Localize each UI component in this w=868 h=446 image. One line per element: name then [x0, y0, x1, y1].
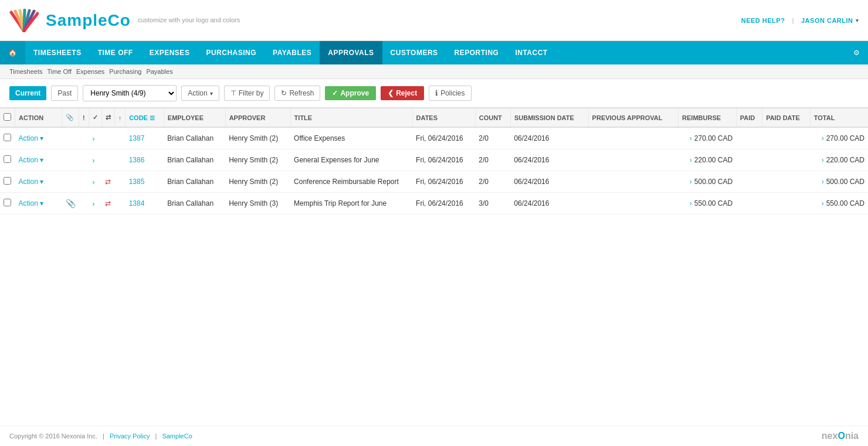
user-menu[interactable]: JASON CARLIN ▾ — [801, 17, 859, 24]
total-expand-icon[interactable]: › — [822, 199, 824, 207]
row-submission-date-cell: 06/24/2016 — [510, 171, 588, 193]
th-attach: 📎 — [62, 108, 79, 128]
nav-timesheets[interactable]: TIMESHEETS — [25, 41, 90, 64]
row-reimburse-cell: › 270.00 CAD — [679, 127, 737, 149]
expand-icon[interactable]: › — [92, 178, 94, 186]
row-dates-cell: Fri, 06/24/2016 — [412, 127, 475, 149]
breadcrumb-expenses[interactable]: Expenses — [76, 68, 104, 75]
breadcrumb-payables[interactable]: Payables — [146, 68, 172, 75]
row-paid-date-cell — [762, 149, 811, 171]
breadcrumb-timesheets[interactable]: Timesheets — [9, 68, 42, 75]
row-action-cell: Action ▾ — [15, 149, 62, 171]
reject-button[interactable]: ❮ Reject — [381, 86, 424, 100]
total-expand-icon[interactable]: › — [822, 156, 824, 164]
row-expand-cell: › — [89, 193, 101, 215]
row-code-cell: 1386 — [126, 149, 164, 171]
row-attach-cell: 📎 — [62, 193, 79, 215]
approve-check-icon: ✓ — [332, 89, 338, 97]
top-bar: SampleCo customize with your logo and co… — [0, 0, 868, 41]
row-paid-date-cell — [762, 127, 811, 149]
nav-intacct[interactable]: INTACCT — [507, 41, 555, 64]
code-link[interactable]: 1385 — [129, 178, 145, 186]
filter-icon: ⊤ — [230, 89, 236, 97]
nav-payables[interactable]: PAYABLES — [265, 41, 320, 64]
refresh-button[interactable]: ↻ Refresh — [274, 86, 320, 101]
code-link[interactable]: 1387 — [129, 134, 145, 142]
row-checkbox-cell — [0, 193, 15, 215]
reimburse-expand-icon[interactable]: › — [690, 134, 692, 142]
action-button[interactable]: Action — [181, 86, 219, 101]
row-checkbox[interactable] — [4, 155, 11, 163]
row-export-cell — [114, 193, 126, 215]
nav-time-off[interactable]: TIME OFF — [90, 41, 141, 64]
total-expand-icon[interactable]: › — [822, 178, 824, 186]
reimburse-expand-icon[interactable]: › — [690, 199, 692, 207]
row-code-cell: 1384 — [126, 193, 164, 215]
breadcrumb-purchasing[interactable]: Purchasing — [109, 68, 141, 75]
row-action-cell: Action ▾ — [15, 127, 62, 149]
nav-home-button[interactable]: 🏠 — [0, 41, 25, 64]
code-link[interactable]: 1384 — [129, 199, 145, 207]
nav-settings-icon[interactable]: ⚙ — [845, 41, 868, 64]
row-action-dropdown[interactable]: Action ▾ — [19, 156, 59, 164]
employee-select[interactable]: Henry Smith (4/9) — [83, 85, 177, 101]
current-button[interactable]: Current — [9, 86, 46, 100]
approve-button[interactable]: ✓ Approve — [325, 86, 376, 100]
row-count-cell: 2/0 — [475, 149, 510, 171]
help-link[interactable]: NEED HELP? — [741, 17, 785, 24]
row-exclaim-cell — [79, 193, 89, 215]
row-action-cell: Action ▾ — [15, 171, 62, 193]
user-caret-icon: ▾ — [856, 18, 859, 23]
row-approver-cell: Henry Smith (2) — [225, 127, 290, 149]
table-row: Action ▾ › 1387 Brian Callahan Henry Smi… — [0, 127, 868, 149]
row-code-cell: 1385 — [126, 171, 164, 193]
row-action-dropdown[interactable]: Action ▾ — [19, 134, 59, 142]
shuffle-icon[interactable]: ⇄ — [105, 178, 111, 186]
nav-reporting[interactable]: REPORTING — [446, 41, 507, 64]
row-action-dropdown[interactable]: Action ▾ — [19, 178, 59, 186]
select-all-checkbox[interactable] — [4, 113, 11, 121]
row-checkbox-cell — [0, 149, 15, 171]
policies-button[interactable]: ℹ Policies — [429, 86, 471, 101]
row-exclaim-cell — [79, 149, 89, 171]
app-tagline: customize with your logo and colors — [138, 16, 240, 25]
filter-label: Filter by — [239, 89, 264, 97]
nav-customers[interactable]: CUSTOMERS — [382, 41, 446, 64]
attach-icon[interactable]: 📎 — [66, 199, 76, 208]
total-expand-icon[interactable]: › — [822, 134, 824, 142]
nav-approvals[interactable]: APPROVALS — [320, 41, 382, 64]
row-submission-date-cell: 06/24/2016 — [510, 193, 588, 215]
row-exclaim-cell — [79, 171, 89, 193]
row-title-cell: General Expenses for June — [290, 149, 412, 171]
reimburse-expand-icon[interactable]: › — [690, 156, 692, 164]
past-button[interactable]: Past — [51, 86, 78, 101]
row-previous-approval-cell — [588, 127, 678, 149]
th-reimburse: REIMBURSE — [679, 108, 737, 128]
breadcrumb-time-off[interactable]: Time Off — [47, 68, 72, 75]
user-label: JASON CARLIN — [801, 17, 853, 24]
expand-icon[interactable]: › — [92, 199, 94, 208]
row-checkbox[interactable] — [4, 134, 11, 141]
th-dates: DATES — [412, 108, 475, 128]
nav-expenses[interactable]: EXPENSES — [141, 41, 198, 64]
reimburse-expand-icon[interactable]: › — [690, 178, 692, 186]
nav-purchasing[interactable]: PURCHASING — [198, 41, 265, 64]
shuffle-icon[interactable]: ⇄ — [105, 199, 111, 207]
filter-button[interactable]: ⊤ Filter by — [224, 86, 270, 101]
th-code[interactable]: CODE ☰ — [126, 108, 164, 128]
row-dates-cell: Fri, 06/24/2016 — [412, 149, 475, 171]
row-checkbox[interactable] — [4, 177, 11, 185]
expand-icon[interactable]: › — [92, 134, 94, 143]
row-attach-cell — [62, 171, 79, 193]
table-row: Action ▾ 📎 › ⇄ 1384 Brian Callahan Henry… — [0, 193, 868, 215]
total-amount: 550.00 CAD — [826, 199, 864, 207]
row-action-dropdown[interactable]: Action ▾ — [19, 199, 59, 207]
row-total-cell: › 550.00 CAD — [810, 193, 868, 215]
breadcrumb: Timesheets Time Off Expenses Purchasing … — [0, 64, 868, 79]
row-attach-cell — [62, 149, 79, 171]
code-link[interactable]: 1386 — [129, 156, 145, 164]
row-employee-cell: Brian Callahan — [164, 149, 225, 171]
reimburse-amount: 220.00 CAD — [694, 156, 733, 164]
expand-icon[interactable]: › — [92, 156, 94, 165]
row-checkbox[interactable] — [4, 199, 11, 206]
